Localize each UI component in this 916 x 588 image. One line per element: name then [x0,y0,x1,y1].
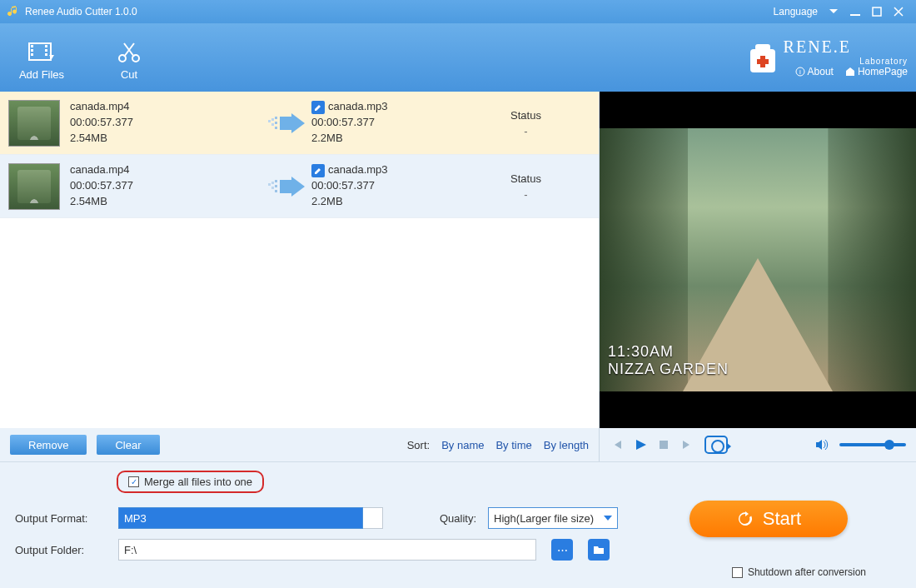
svg-rect-4 [31,49,33,52]
about-link[interactable]: iAbout [795,66,834,77]
file-list: canada.mp4 00:00:57.377 2.54MB canada.mp… [0,92,599,428]
start-button[interactable]: Start [689,501,848,537]
output-folder-label: Output Folder: [15,544,107,556]
main-area: canada.mp4 00:00:57.377 2.54MB canada.mp… [0,92,916,461]
brand-logo: RENE.E Laboratory iAbout HomePage [747,37,908,77]
svg-rect-22 [275,127,277,129]
volume-icon[interactable] [814,437,829,452]
arrow-icon [261,177,311,197]
status-label: Status [461,109,590,122]
shutdown-option[interactable]: Shutdown after conversion [732,566,866,578]
more-button[interactable]: ⋯ [551,539,573,561]
video-preview[interactable]: 11:30AM NIZZA GARDEN [600,92,916,428]
open-folder-button[interactable] [588,539,610,561]
cut-button[interactable]: Cut [92,28,167,87]
merge-checkbox-highlight: ✓ Merge all files into one [117,471,264,493]
output-duration: 00:00:57.377 [311,178,461,194]
source-file-info: canada.mp4 00:00:57.377 2.54MB [70,99,261,147]
cut-label: Cut [121,68,137,81]
merge-label: Merge all files into one [144,476,252,488]
sort-by-time[interactable]: By time [495,439,531,451]
svg-rect-18 [271,118,274,121]
brand-name: RENE.E [784,37,908,57]
app-icon [7,5,20,18]
film-add-icon [27,40,56,63]
sort-label: Sort: [407,439,430,451]
svg-rect-24 [271,182,274,184]
volume-slider[interactable] [839,443,906,446]
svg-rect-25 [271,187,274,189]
output-size: 2.2MB [311,131,461,147]
shutdown-label: Shutdown after conversion [748,566,866,578]
svg-rect-28 [275,190,277,192]
clear-button[interactable]: Clear [97,435,159,455]
quality-label: Quality: [440,512,476,525]
language-menu[interactable]: Language [774,6,818,17]
edit-output-icon[interactable] [311,164,325,177]
output-file-info: canada.mp3 00:00:57.377 2.2MB [311,162,461,210]
file-row[interactable]: canada.mp4 00:00:57.377 2.54MB canada.mp… [0,155,599,218]
start-label: Start [763,508,801,530]
brand-sub: Laboratory [784,57,908,66]
svg-rect-17 [268,120,271,122]
source-name: canada.mp4 [70,162,261,178]
source-duration: 00:00:57.377 [70,178,261,194]
homepage-link[interactable]: HomePage [845,66,908,77]
close-button[interactable] [888,3,909,20]
sort-by-name[interactable]: By name [441,439,484,451]
chevron-down-icon [604,516,612,521]
title-bar: Renee Audio Cutter 1.0.0 Language [0,0,916,23]
output-duration: 00:00:57.377 [311,115,461,131]
list-footer: Remove Clear Sort: By name By time By le… [0,428,599,461]
play-button[interactable] [633,437,648,452]
output-folder-value: F:\ [124,544,137,556]
snapshot-button[interactable] [704,436,728,454]
source-size: 2.54MB [70,194,261,210]
file-list-pane: canada.mp4 00:00:57.377 2.54MB canada.mp… [0,92,600,461]
maximize-button[interactable] [866,3,888,20]
output-format-dropdown[interactable]: MP3 [118,507,363,529]
output-format-label: Output Format: [15,512,107,525]
file-thumbnail [8,163,60,210]
shutdown-checkbox[interactable] [732,567,743,578]
source-size: 2.54MB [70,131,261,147]
svg-rect-20 [275,117,277,119]
svg-text:i: i [799,68,801,76]
stop-button[interactable] [656,437,671,452]
edit-output-icon[interactable] [311,101,325,114]
svg-rect-21 [275,122,277,124]
preview-pane: 11:30AM NIZZA GARDEN [600,92,916,461]
output-folder-field[interactable]: F:\ [118,539,536,561]
status-column: Status - [461,172,590,201]
merge-checkbox[interactable]: ✓ [128,476,139,487]
status-label: Status [461,172,590,185]
home-icon [845,67,855,77]
file-row[interactable]: canada.mp4 00:00:57.377 2.54MB canada.mp… [0,92,599,155]
prev-button[interactable] [610,437,625,452]
svg-rect-7 [45,49,47,52]
svg-rect-14 [757,59,769,64]
remove-button[interactable]: Remove [10,435,87,455]
svg-rect-29 [660,441,668,449]
status-value: - [461,125,590,137]
svg-rect-12 [755,44,770,51]
sort-by-length[interactable]: By length [544,439,589,451]
output-name: canada.mp3 [328,162,388,178]
source-duration: 00:00:57.377 [70,115,261,131]
next-button[interactable] [680,437,694,452]
svg-rect-8 [45,53,47,56]
status-value: - [461,188,590,201]
add-files-button[interactable]: Add Files [17,28,67,87]
svg-rect-6 [45,45,47,47]
quality-value: High(Larger file size) [494,512,594,525]
scissors-icon [114,40,144,63]
source-file-info: canada.mp4 00:00:57.377 2.54MB [70,162,261,210]
language-dropdown-icon[interactable] [823,3,844,20]
status-column: Status - [461,109,590,137]
minimize-button[interactable] [844,3,866,20]
quality-dropdown[interactable]: High(Larger file size) [488,507,618,529]
output-format-arrow[interactable] [363,507,383,529]
overlay-place: NIZZA GARDEN [608,361,729,378]
svg-rect-5 [31,53,33,56]
player-controls [600,428,916,461]
